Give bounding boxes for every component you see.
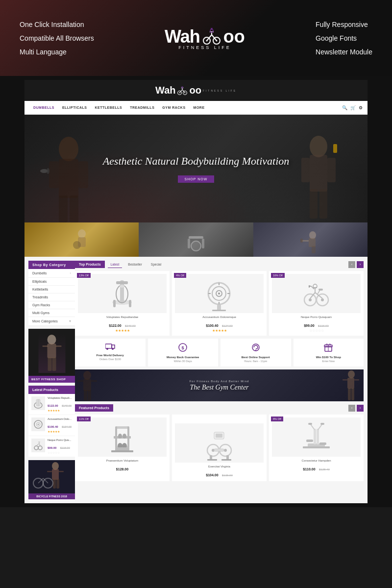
- svg-rect-127: [351, 388, 354, 400]
- product-stars-3: ☆☆☆☆☆: [272, 329, 361, 333]
- latest-stars-2: ★★★★★: [48, 430, 72, 433]
- featured-next-btn[interactable]: ›: [357, 405, 364, 412]
- store-logo-sub: FITNESS LIFE: [203, 89, 237, 92]
- cat-thumb-3[interactable]: [253, 222, 368, 257]
- svg-point-60: [38, 446, 42, 450]
- product-name-3: Neque Porro Quisquam: [272, 316, 361, 318]
- feature-delivery-sub: Orders Over $100: [77, 358, 143, 361]
- svg-rect-40: [202, 239, 204, 248]
- svg-point-58: [38, 424, 39, 425]
- product-badge-1: 13% Off: [77, 273, 91, 278]
- svg-rect-70: [56, 479, 59, 489]
- svg-rect-130: [116, 426, 128, 429]
- svg-line-61: [36, 443, 39, 446]
- product-card-1: 13% Off Voluptates Repudiandae: [75, 271, 170, 336]
- sidebar-category-title: Shop By Category: [28, 261, 75, 269]
- products-prev-btn[interactable]: ‹: [348, 261, 355, 268]
- featured-name-2: Exercitat Virginia: [175, 465, 264, 468]
- nav-more[interactable]: More: [190, 106, 209, 109]
- svg-rect-148: [207, 459, 217, 461]
- svg-rect-43: [309, 238, 316, 247]
- sidebar-cat-more[interactable]: More Categories▾: [28, 317, 75, 326]
- svg-rect-152: [319, 442, 326, 445]
- svg-rect-33: [319, 189, 327, 219]
- featured-img-3: [272, 417, 361, 457]
- sidebar-bottom-label: BICYCLE FITNESS 2018: [28, 493, 75, 499]
- nav-treadmills[interactable]: Treadmills: [126, 106, 158, 109]
- latest-img-3: [31, 439, 45, 452]
- gift-icon: [296, 343, 362, 354]
- featured-badge-1: 11% Off: [77, 416, 91, 421]
- store-logo-icon: [177, 85, 188, 96]
- gym-banner-right-figure: [315, 369, 364, 401]
- svg-rect-117: [83, 379, 91, 391]
- nav-kettlebells[interactable]: Kettlebells: [91, 106, 126, 109]
- feature-delivery: Free World Delivery Orders Over $100: [75, 339, 146, 367]
- latest-img-2: [31, 417, 45, 431]
- svg-rect-79: [113, 300, 116, 307]
- sidebar-cat-1[interactable]: Dumbells›: [28, 269, 75, 278]
- nav-gymracks[interactable]: Gym Racks: [158, 106, 189, 109]
- featured-nav-arrows: ‹ ›: [348, 405, 364, 412]
- product-nav-arrows: ‹ ›: [348, 261, 364, 268]
- sidebar-categories: Shop By Category Dumbells› Ellipticals K…: [28, 261, 75, 326]
- cat-thumb-1[interactable]: [24, 222, 139, 257]
- sidebar-cat-2[interactable]: Ellipticals: [28, 278, 75, 286]
- latest-price-3: $99.00 $116.00: [48, 442, 72, 451]
- support-circle-icon: [251, 343, 261, 352]
- featured-prev-btn[interactable]: ‹: [348, 405, 355, 412]
- sidebar-cat-4[interactable]: Treadmills: [28, 294, 75, 301]
- featured-img-2: [175, 423, 264, 463]
- svg-rect-22: [49, 161, 59, 188]
- tab-bestseller[interactable]: Bestseller: [125, 261, 145, 268]
- nav-ellipticals[interactable]: Ellipticals: [58, 106, 91, 109]
- gym-center-banner: For Fitness Body And Better Mind The Bes…: [75, 369, 364, 401]
- tab-special[interactable]: Special: [148, 261, 164, 268]
- latest-product-icon-3: [32, 440, 44, 451]
- search-icon[interactable]: 🔍: [342, 105, 347, 110]
- feature-win: Win $100 To Shop Enter Now: [294, 339, 364, 367]
- svg-rect-80: [129, 300, 131, 307]
- featured-grid: 11% Off: [75, 415, 364, 481]
- cart-icon[interactable]: 🛒: [350, 105, 356, 110]
- product-card-3: 16% Off: [269, 271, 364, 336]
- svg-rect-77: [116, 281, 128, 284]
- sidebar-banner-label: BEST FITNESS SHOP: [28, 376, 75, 383]
- nav-dumbells[interactable]: Dumbells: [29, 106, 58, 109]
- tab-latest[interactable]: Latest: [108, 261, 122, 268]
- svg-point-37: [73, 241, 81, 249]
- svg-point-122: [348, 370, 355, 378]
- featured-pedal-icon: [203, 425, 235, 462]
- cat-image-3: [298, 226, 322, 253]
- product-badge-2: 4% Off: [174, 273, 186, 278]
- product-pricing-2: $100.40 $124.00: [175, 320, 264, 329]
- cat-thumb-2[interactable]: [139, 222, 253, 257]
- hero-shop-btn[interactable]: SHOP NOW: [178, 175, 215, 183]
- sidebar-cat-5[interactable]: Gym Racks: [28, 301, 75, 309]
- sidebar-cat-6[interactable]: Multi Gyms: [28, 309, 75, 317]
- svg-rect-67: [47, 471, 52, 472]
- top-header: One Click Installation Compatible All Br…: [0, 0, 392, 76]
- store-header: Wah oo FITNESS LIFE: [24, 80, 368, 101]
- product-name-1: Voluptates Repudiandae: [78, 316, 167, 318]
- product-pricing-3: $99.00 $116.00: [272, 320, 361, 329]
- support-icon: [223, 343, 289, 354]
- latest-info-2: Accusantium Dolo... $100.40 $134.00 ★★★★…: [48, 417, 72, 433]
- settings-icon[interactable]: ⚙: [359, 105, 363, 110]
- svg-rect-138: [111, 450, 133, 452]
- svg-rect-121: [88, 390, 91, 401]
- latest-info-3: Neque Porro Quis... $99.00 $116.00 ☆☆☆☆☆: [48, 439, 72, 454]
- cat-image-2: [184, 226, 208, 253]
- product-stars-1: ★★★★★: [78, 329, 167, 333]
- svg-rect-45: [300, 239, 303, 243]
- products-next-btn[interactable]: ›: [357, 261, 364, 268]
- featured-pricing-2: $104.00 $136.00: [175, 469, 264, 478]
- featured-pricing-1: $128.00: [78, 464, 167, 472]
- features-strip: Free World Delivery Orders Over $100 $ M…: [75, 339, 364, 367]
- svg-rect-103: [309, 285, 310, 288]
- svg-rect-159: [303, 446, 330, 448]
- sidebar-cat-3[interactable]: Kettlebells: [28, 286, 75, 294]
- svg-rect-119: [91, 380, 97, 382]
- product-elliptical-icon: [106, 275, 138, 312]
- svg-rect-151: [306, 440, 313, 442]
